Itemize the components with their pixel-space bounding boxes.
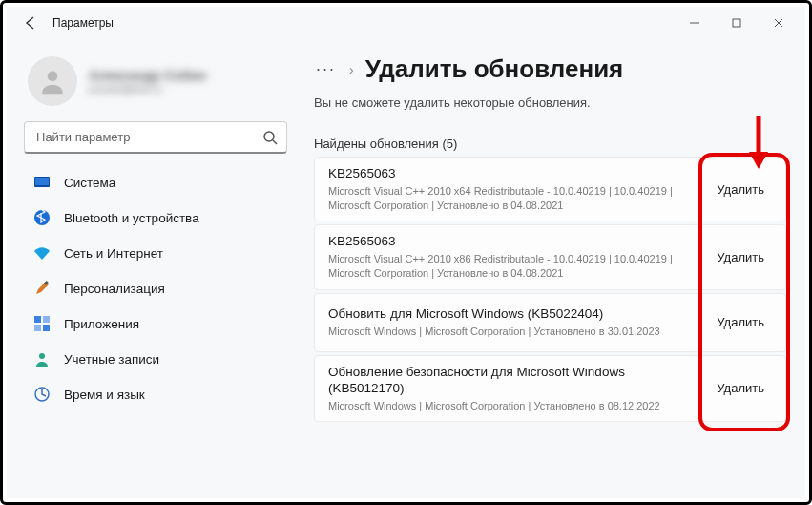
window-title: Параметры	[52, 16, 114, 30]
nav-label: Персонализация	[64, 282, 165, 296]
nav-label: Bluetooth и устройства	[64, 211, 199, 225]
nav: Система Bluetooth и устройства Сеть и Ин…	[24, 165, 287, 411]
search-box[interactable]	[24, 121, 287, 154]
svg-point-4	[48, 71, 58, 81]
updates-count-header: Найдены обновления (5)	[314, 137, 786, 151]
titlebar: Параметры	[7, 7, 805, 39]
update-title: KB2565063	[328, 233, 697, 250]
search-input[interactable]	[24, 121, 287, 154]
svg-rect-12	[43, 316, 50, 323]
breadcrumb: ··· › Удалить обновления	[314, 54, 786, 84]
system-icon	[33, 174, 51, 191]
nav-label: Приложения	[64, 317, 139, 331]
nav-item-apps[interactable]: Приложения	[24, 306, 287, 341]
back-button[interactable]	[16, 9, 45, 37]
uninstall-button[interactable]: Удалить	[707, 177, 774, 202]
bluetooth-icon	[33, 209, 51, 226]
maximize-button[interactable]	[716, 9, 758, 37]
nav-item-system[interactable]: Система	[24, 165, 287, 200]
nav-label: Учетные записи	[64, 352, 159, 367]
svg-rect-8	[35, 178, 49, 185]
minimize-button[interactable]	[674, 9, 716, 37]
update-meta: Microsoft Windows | Microsoft Corporatio…	[328, 325, 697, 339]
update-title: Обновить для Microsoft Windows (KB502240…	[328, 305, 697, 323]
update-meta: Microsoft Visual C++ 2010 x64 Redistribu…	[328, 184, 697, 214]
svg-rect-1	[733, 19, 740, 27]
svg-point-5	[264, 132, 274, 141]
person-icon	[33, 350, 51, 368]
uninstall-button[interactable]: Удалить	[707, 244, 774, 270]
update-title: KB2565063	[328, 165, 697, 182]
update-meta: Microsoft Windows | Microsoft Corporatio…	[328, 399, 697, 413]
svg-rect-11	[34, 316, 41, 323]
svg-rect-13	[34, 325, 41, 331]
update-list: KB2565063 Microsoft Visual C++ 2010 x64 …	[314, 157, 786, 425]
svg-point-15	[39, 353, 45, 359]
nav-item-time-language[interactable]: Время и язык	[24, 377, 287, 411]
sidebar: Александр Собин priyatel@test.ru Система	[7, 39, 299, 498]
nav-label: Сеть и Интернет	[64, 246, 163, 261]
close-button[interactable]	[758, 9, 800, 37]
update-item: KB2565063 Microsoft Visual C++ 2010 x64 …	[314, 157, 786, 221]
profile[interactable]: Александр Собин priyatel@test.ru	[24, 53, 287, 121]
clock-globe-icon	[33, 386, 51, 403]
wifi-icon	[33, 244, 51, 262]
profile-name: Александр Собин	[89, 68, 206, 83]
chevron-right-icon: ›	[349, 62, 354, 77]
nav-label: Система	[64, 176, 115, 190]
page-title: Удалить обновления	[365, 54, 624, 84]
nav-item-personalization[interactable]: Персонализация	[24, 271, 287, 305]
nav-item-network[interactable]: Сеть и Интернет	[24, 236, 287, 270]
nav-item-accounts[interactable]: Учетные записи	[24, 342, 287, 376]
update-item: Обновить для Microsoft Windows (KB502240…	[314, 293, 786, 352]
avatar	[28, 56, 77, 106]
breadcrumb-overflow[interactable]: ···	[314, 59, 338, 79]
main-content: ··· › Удалить обновления Вы не сможете у…	[299, 39, 805, 498]
apps-icon	[33, 315, 51, 332]
nav-item-bluetooth[interactable]: Bluetooth и устройства	[24, 200, 287, 235]
nav-label: Время и язык	[64, 388, 145, 402]
uninstall-button[interactable]: Удалить	[707, 309, 774, 335]
update-item: KB2565063 Microsoft Visual C++ 2010 x86 …	[314, 224, 786, 289]
brush-icon	[33, 280, 51, 297]
search-icon	[262, 130, 278, 145]
page-subtitle: Вы не сможете удалить некоторые обновлен…	[314, 95, 786, 110]
uninstall-button[interactable]: Удалить	[707, 375, 774, 401]
profile-email: priyatel@test.ru	[89, 83, 206, 95]
svg-rect-14	[43, 325, 50, 331]
update-title: Обновление безопасности для Microsoft Wi…	[328, 364, 697, 397]
update-meta: Microsoft Visual C++ 2010 x86 Redistribu…	[328, 252, 697, 282]
svg-line-6	[273, 140, 277, 144]
update-item: Обновление безопасности для Microsoft Wi…	[314, 355, 786, 422]
